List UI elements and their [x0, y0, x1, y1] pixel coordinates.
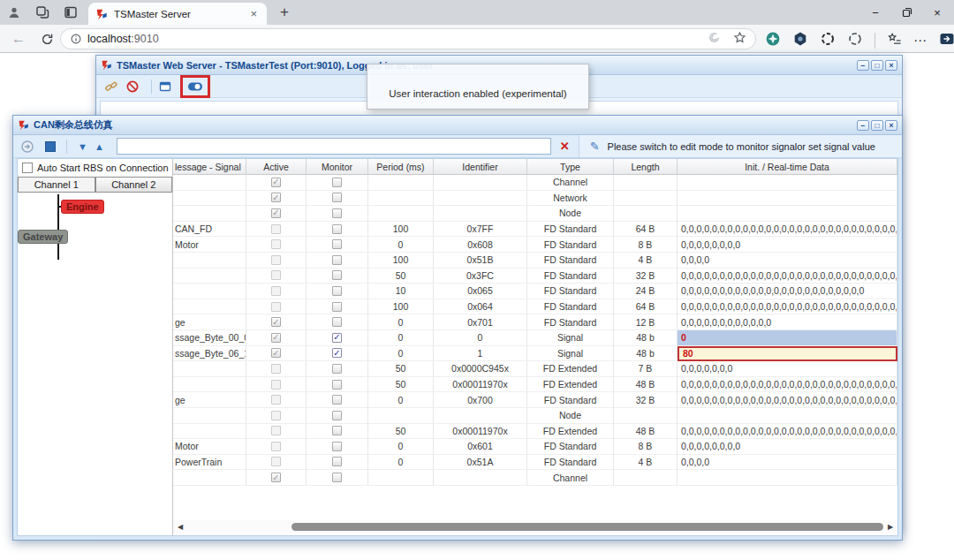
favorite-star-icon[interactable] — [733, 31, 746, 48]
active-checkbox[interactable] — [271, 442, 281, 451]
active-checkbox[interactable] — [271, 395, 281, 405]
scroll-right-arrow[interactable]: ▶ — [885, 520, 896, 534]
init-data-cell[interactable]: 0,0,0,0,0,0,0,0,0,0,0,0,0,0,0,0,0,0,0,0,… — [678, 222, 897, 238]
tab-close-icon[interactable]: × — [247, 7, 260, 20]
move-up-icon[interactable]: ▲ — [95, 141, 104, 152]
init-data-cell[interactable]: 0,0,0,0,0,0,0,0 — [678, 439, 897, 455]
extension-hexagon-icon[interactable] — [792, 31, 808, 50]
monitor-checkbox[interactable] — [332, 239, 342, 249]
monitor-checkbox[interactable] — [332, 302, 342, 312]
column-header[interactable]: Init. / Real-time Data — [678, 159, 897, 175]
init-data-cell[interactable] — [678, 191, 897, 207]
browser-minimize-button[interactable]: − — [860, 0, 890, 25]
column-header[interactable]: lessage - Signal — [173, 159, 246, 175]
monitor-checkbox[interactable] — [332, 380, 342, 390]
table-row[interactable]: ✓Channel — [173, 470, 897, 486]
monitor-checkbox[interactable] — [332, 224, 342, 234]
init-data-cell[interactable] — [678, 175, 897, 191]
edit-pencil-icon[interactable]: ✎ — [590, 140, 600, 153]
table-row[interactable]: 100x065FD Standard24 B0,0,0,0,0,0,0,0,0,… — [173, 284, 897, 299]
monitor-checkbox[interactable] — [332, 442, 342, 451]
address-text[interactable]: localhost:9010 — [87, 33, 159, 45]
column-header[interactable]: Period (ms) — [368, 159, 434, 175]
active-checkbox[interactable]: ✓ — [271, 348, 281, 358]
tab-channel-1[interactable]: Channel 1 — [18, 177, 95, 193]
monitor-checkbox[interactable] — [332, 193, 342, 202]
init-data-cell[interactable]: 0,0,0,0,0,0,0,0,0,0,0,0 — [678, 314, 897, 330]
init-data-cell[interactable]: 0,0,0,0,0,0,0,0,0,0,0,0,0,0,0,0,0,0,0,0,… — [678, 269, 897, 284]
window-mode-icon[interactable] — [157, 79, 173, 95]
active-checkbox[interactable]: ✓ — [271, 473, 281, 482]
column-header[interactable]: Identifier — [434, 159, 527, 175]
active-checkbox[interactable]: ✓ — [271, 193, 281, 202]
active-checkbox[interactable]: ✓ — [271, 333, 281, 343]
start-rbs-icon[interactable] — [20, 140, 34, 154]
new-tab-button[interactable]: + — [276, 4, 293, 21]
enhance-icon[interactable] — [708, 31, 721, 48]
init-data-cell[interactable] — [678, 470, 897, 486]
table-row[interactable]: 1000x064FD Standard64 B0,0,0,0,0,0,0,0,0… — [173, 299, 897, 315]
user-interaction-toggle-icon[interactable] — [187, 79, 203, 95]
filter-input[interactable] — [117, 138, 551, 155]
ts-minimize-button[interactable]: − — [857, 60, 869, 71]
table-row[interactable]: ✓Channel — [173, 175, 897, 191]
monitor-checkbox[interactable] — [332, 270, 342, 280]
move-down-icon[interactable]: ▼ — [78, 141, 87, 152]
monitor-checkbox[interactable] — [332, 426, 342, 435]
table-row[interactable]: Motor00x608FD Standard8 B0,0,0,0,0,0,0,0 — [173, 237, 897, 253]
scrollbar-thumb[interactable] — [292, 523, 883, 531]
extension-teal-icon[interactable] — [765, 31, 781, 50]
active-checkbox[interactable] — [271, 302, 281, 312]
monitor-checkbox[interactable]: ✓ — [332, 333, 342, 343]
monitor-checkbox[interactable] — [332, 395, 342, 405]
init-data-cell[interactable] — [678, 206, 897, 222]
disconnect-icon[interactable] — [125, 79, 140, 95]
table-row[interactable]: ge00x700FD Standard32 B0,0,0,0,0,0,0,0,0… — [173, 392, 897, 408]
node-engine[interactable]: Engine — [61, 200, 104, 214]
init-data-cell[interactable]: 0,0,0,0,0,0,0,0,0,0,0,0,0,0,0,0,0,0,0,0,… — [678, 299, 897, 315]
init-data-cell[interactable]: 0,0,0,0 — [678, 253, 897, 269]
active-checkbox[interactable]: ✓ — [271, 317, 281, 327]
link-icon[interactable] — [103, 79, 119, 95]
monitor-checkbox[interactable]: ✓ — [332, 348, 342, 358]
init-data-cell[interactable]: 0,0,0,0,0,0,0,0,0,0,0,0,0,0,0,0,0,0,0,0,… — [678, 424, 897, 440]
table-row[interactable]: Node — [173, 408, 897, 424]
monitor-checkbox[interactable] — [332, 208, 342, 218]
favorites-hub-icon[interactable] — [887, 32, 902, 50]
browser-close-button[interactable]: × — [922, 0, 952, 25]
address-bar[interactable]: localhost:9010 — [60, 28, 756, 49]
clear-filter-icon[interactable]: ✕ — [560, 140, 570, 153]
column-header[interactable]: Monitor — [307, 159, 368, 175]
extension-spiral-icon[interactable] — [820, 31, 836, 50]
scroll-left-arrow[interactable]: ◀ — [175, 520, 186, 534]
monitor-checkbox[interactable] — [332, 473, 342, 482]
init-data-cell[interactable]: 0,0,0,0,0,0,0,0,0,0,0,0,0,0,0,0,0,0,0,0,… — [678, 377, 897, 393]
monitor-checkbox[interactable] — [332, 255, 342, 265]
monitor-checkbox[interactable] — [332, 317, 342, 327]
ts-close-button[interactable]: × — [885, 60, 897, 71]
table-row[interactable]: 1000x51BFD Standard4 B0,0,0,0 — [173, 253, 897, 269]
table-row[interactable]: 500x00011970xFD Extended48 B0,0,0,0,0,0,… — [173, 377, 897, 393]
init-data-cell[interactable]: 0,0,0,0,0,0,0 — [678, 361, 897, 377]
column-header[interactable]: Length — [614, 159, 678, 175]
active-checkbox[interactable]: ✓ — [271, 208, 281, 218]
active-checkbox[interactable] — [271, 411, 281, 420]
horizontal-scrollbar[interactable]: ◀ ▶ — [173, 520, 897, 534]
active-checkbox[interactable] — [271, 457, 281, 466]
ts-maximize-button[interactable]: □ — [871, 60, 883, 71]
tab-actions-icon[interactable] — [64, 5, 78, 19]
settings-more-icon[interactable]: ⋯ — [913, 33, 928, 49]
table-row[interactable]: 500x00011970xFD Extended48 B0,0,0,0,0,0,… — [173, 424, 897, 440]
monitor-checkbox[interactable] — [332, 286, 342, 296]
init-data-cell[interactable]: 0,0,0,0,0,0,0,0 — [678, 237, 897, 253]
stop-rbs-icon[interactable] — [45, 141, 56, 152]
node-gateway[interactable]: Gateway — [18, 230, 68, 244]
can-minimize-button[interactable]: − — [857, 120, 869, 131]
refresh-icon[interactable] — [39, 31, 55, 47]
table-row[interactable]: PowerTrain00x51AFD Standard4 B0,0,0,0 — [173, 455, 897, 471]
can-close-button[interactable]: × — [885, 120, 897, 131]
table-row[interactable]: ✓Network — [173, 191, 897, 207]
init-data-cell[interactable]: 0,0,0,0,0,0,0,0,0,0,0,0,0,0,0,0,0,0,0,0,… — [678, 284, 897, 299]
table-row[interactable]: CAN_FD1000x7FFFD Standard64 B0,0,0,0,0,0… — [173, 222, 897, 238]
can-maximize-button[interactable]: □ — [871, 120, 883, 131]
